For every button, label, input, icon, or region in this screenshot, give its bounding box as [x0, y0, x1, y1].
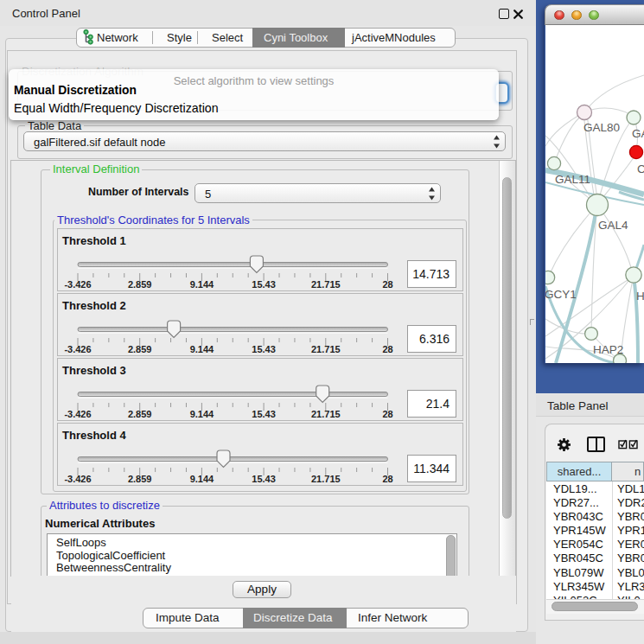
svg-text:GAL80: GAL80 [583, 121, 620, 134]
svg-text:GAL11: GAL11 [555, 173, 590, 186]
svg-text:HAP2: HAP2 [593, 343, 623, 356]
svg-text:C: C [637, 163, 644, 175]
svg-text:H: H [636, 290, 644, 303]
svg-text:GA: GA [632, 127, 644, 140]
svg-text:GCY1: GCY1 [545, 288, 577, 301]
svg-text:GAL4: GAL4 [598, 219, 628, 232]
